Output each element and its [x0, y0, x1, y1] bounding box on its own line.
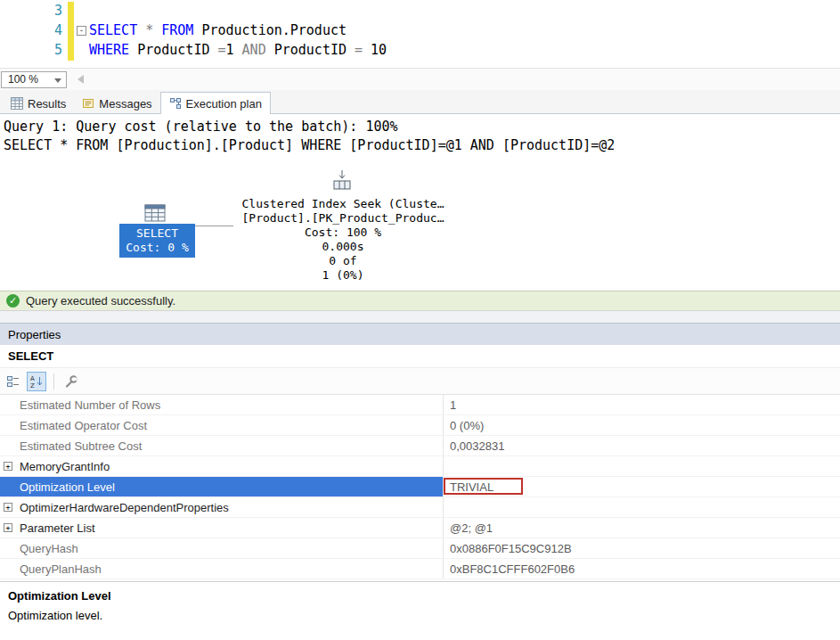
- seek-node-cost: Cost: 100 %: [227, 226, 459, 240]
- status-message: Query executed successfully.: [26, 294, 175, 308]
- plan-query-cost-line: Query 1: Query cost (relative to the bat…: [4, 118, 840, 136]
- results-grid-icon: [11, 97, 23, 110]
- property-name: Estimated Subtree Cost: [20, 439, 142, 453]
- property-name: Estimated Operator Cost: [20, 419, 147, 432]
- categorized-icon: [6, 374, 20, 389]
- property-name: Parameter List: [20, 521, 95, 535]
- line-number: 5: [0, 40, 62, 60]
- fold-collapse-icon[interactable]: -: [77, 26, 86, 36]
- plan-header: Query 1: Query cost (relative to the bat…: [0, 114, 840, 157]
- plan-statement-line: SELECT * FROM [Production].[Product] WHE…: [4, 136, 840, 155]
- description-title: Optimization Level: [8, 589, 832, 603]
- properties-panel-header[interactable]: Properties: [0, 323, 840, 345]
- sql-editor[interactable]: 3 4 5 - SELECT * FROM Production.Product…: [0, 0, 840, 68]
- svg-text:Z: Z: [30, 382, 35, 389]
- alphabetical-sort-button[interactable]: AZ: [27, 372, 46, 391]
- svg-text:A: A: [30, 375, 35, 382]
- seek-node-object: [Product].[PK_Product_Produc…: [227, 211, 459, 226]
- execution-plan-canvas[interactable]: Clustered Index Seek (Cluste… [Product].…: [0, 157, 840, 291]
- property-row[interactable]: +OptimizerHardwareDependentProperties: [0, 497, 840, 518]
- code-line[interactable]: WHERE ProductID =1 AND ProductID = 10: [89, 40, 387, 60]
- expand-plus-icon[interactable]: +: [4, 462, 12, 471]
- editor-bottom-bar: 100 %: [0, 68, 840, 90]
- sql-operator: *: [137, 22, 161, 38]
- property-pages-button[interactable]: [61, 372, 81, 391]
- seek-node-rows-pct: 1 (0%): [227, 268, 459, 283]
- sql-text: ProductID: [266, 42, 355, 58]
- expand-plus-icon[interactable]: +: [4, 523, 12, 532]
- zoom-dropdown[interactable]: 100 %: [1, 71, 67, 88]
- results-tab-strip: Results Messages Execution plan: [0, 90, 840, 114]
- sql-text: 1: [226, 42, 242, 58]
- property-row[interactable]: QueryHash 0x0886F0F15C9C912B: [0, 538, 840, 559]
- execution-plan-icon: [169, 97, 182, 110]
- selected-object-name: SELECT: [0, 345, 840, 368]
- result-table-icon[interactable]: [144, 204, 166, 222]
- tab-label: Execution plan: [186, 97, 262, 111]
- modified-lines-indicator: [68, 2, 74, 61]
- property-value: 0 (0%): [450, 419, 484, 432]
- sql-operator: =: [218, 42, 226, 58]
- expand-plus-icon[interactable]: +: [4, 503, 12, 512]
- properties-toolbar: AZ: [0, 368, 840, 395]
- ssms-window: 3 4 5 - SELECT * FROM Production.Product…: [0, 0, 840, 640]
- tab-results[interactable]: Results: [3, 94, 74, 113]
- sql-text: ProductID: [129, 42, 217, 58]
- property-row[interactable]: Estimated Subtree Cost 0,0032831: [0, 436, 840, 456]
- description-text: Optimization level.: [8, 609, 832, 622]
- property-name: QueryPlanHash: [20, 562, 102, 576]
- property-name: QueryHash: [20, 542, 78, 555]
- property-row[interactable]: QueryPlanHash 0xBF8C1CFFF602F0B6: [0, 559, 840, 579]
- property-row[interactable]: Estimated Number of Rows 1: [0, 395, 840, 415]
- code-line[interactable]: SELECT * FROM Production.Product: [89, 21, 347, 40]
- sql-operator: =: [355, 42, 371, 58]
- zoom-value: 100 %: [8, 73, 38, 86]
- property-name: Optimization Level: [20, 480, 115, 494]
- sql-text: Production.Product: [193, 22, 347, 38]
- select-node-cost: Cost: 0 %: [119, 241, 195, 255]
- seek-node-label[interactable]: Clustered Index Seek (Cluste… [Product].…: [227, 197, 459, 283]
- property-description: Optimization Level Optimization level.: [0, 581, 840, 640]
- tab-label: Results: [28, 97, 66, 111]
- wrench-icon: [64, 374, 78, 389]
- tab-messages[interactable]: Messages: [74, 94, 159, 113]
- property-row-selected[interactable]: Optimization Level TRIVIAL: [0, 477, 840, 497]
- seek-node-time: 0.000s: [227, 240, 459, 254]
- plan-connector-line: [195, 226, 233, 226]
- property-value: 1: [450, 398, 456, 412]
- property-name: Estimated Number of Rows: [20, 398, 160, 412]
- clustered-index-seek-icon[interactable]: [331, 168, 353, 192]
- chevron-down-icon: [54, 78, 61, 83]
- tab-label: Messages: [99, 97, 151, 111]
- properties-grid: Estimated Number of Rows 1 Estimated Ope…: [0, 395, 840, 581]
- sql-keyword: WHERE: [89, 42, 129, 58]
- property-name: OptimizerHardwareDependentProperties: [20, 501, 229, 514]
- sql-keyword: FROM: [161, 22, 193, 38]
- sql-keyword: SELECT: [89, 22, 137, 38]
- scrollbar-left-arrow-icon[interactable]: [77, 75, 84, 84]
- property-row[interactable]: +Parameter List @2; @1: [0, 518, 840, 538]
- success-check-icon: [6, 294, 20, 308]
- property-row[interactable]: +MemoryGrantInfo: [0, 456, 840, 477]
- alphabetical-sort-icon: AZ: [29, 374, 44, 389]
- status-bar: Query executed successfully.: [0, 291, 840, 310]
- property-value: 0x0886F0F15C9C912B: [450, 542, 572, 555]
- property-value: TRIVIAL: [450, 480, 493, 494]
- categorized-button[interactable]: [4, 372, 23, 391]
- tab-execution-plan[interactable]: Execution plan: [160, 92, 271, 114]
- property-name: MemoryGrantInfo: [20, 460, 110, 473]
- property-value: 0,0032831: [450, 439, 504, 453]
- property-row[interactable]: Estimated Operator Cost 0 (0%): [0, 415, 840, 436]
- seek-node-rows: 0 of: [227, 254, 459, 268]
- sql-operator: AND: [242, 42, 266, 58]
- toolbar-separator: [53, 373, 54, 390]
- sql-text: 10: [371, 42, 387, 58]
- seek-node-title: Clustered Index Seek (Cluste…: [227, 197, 459, 211]
- line-number: 4: [0, 21, 62, 40]
- line-number: 3: [0, 1, 62, 21]
- messages-icon: [82, 97, 94, 110]
- property-value: 0xBF8C1CFFF602F0B6: [450, 562, 575, 576]
- select-node-label: SELECT: [119, 226, 195, 241]
- select-node[interactable]: SELECT Cost: 0 %: [119, 224, 195, 258]
- pane-splitter[interactable]: [0, 310, 840, 323]
